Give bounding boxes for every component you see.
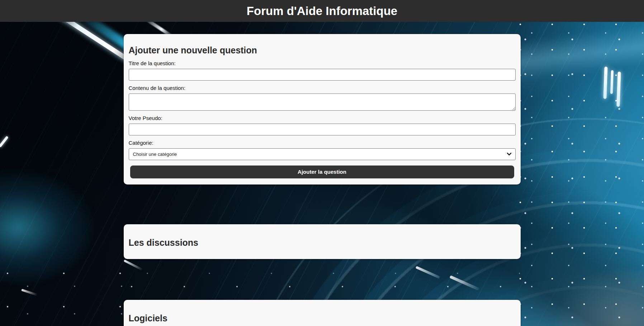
content-textarea[interactable]	[129, 94, 516, 111]
title-label: Titre de la question:	[129, 60, 516, 67]
new-question-card: Ajouter une nouvelle question Titre de l…	[124, 34, 521, 184]
category-select[interactable]: Choisir une catégorie	[129, 148, 516, 160]
app-header: Forum d'Aide Informatique	[0, 0, 644, 22]
title-input[interactable]	[129, 69, 516, 81]
main-content: Ajouter une nouvelle question Titre de l…	[0, 34, 644, 326]
form-heading: Ajouter une nouvelle question	[129, 34, 516, 56]
content-label: Contenu de la question:	[129, 85, 516, 91]
discussions-card: Les discussions	[124, 224, 521, 259]
page-title: Forum d'Aide Informatique	[0, 0, 644, 22]
category-select-wrap: Choisir une catégorie	[129, 148, 516, 160]
pseudo-label: Votre Pseudo:	[129, 115, 516, 121]
logiciels-card: Logiciels	[124, 300, 521, 326]
page: Forum d'Aide Informatique Ajouter une no…	[0, 0, 644, 326]
pseudo-input[interactable]	[129, 124, 516, 135]
logiciels-heading: Logiciels	[129, 300, 516, 324]
discussions-heading: Les discussions	[129, 224, 516, 248]
category-label: Catégorie:	[129, 140, 516, 146]
submit-question-button[interactable]: Ajouter la question	[130, 166, 514, 178]
